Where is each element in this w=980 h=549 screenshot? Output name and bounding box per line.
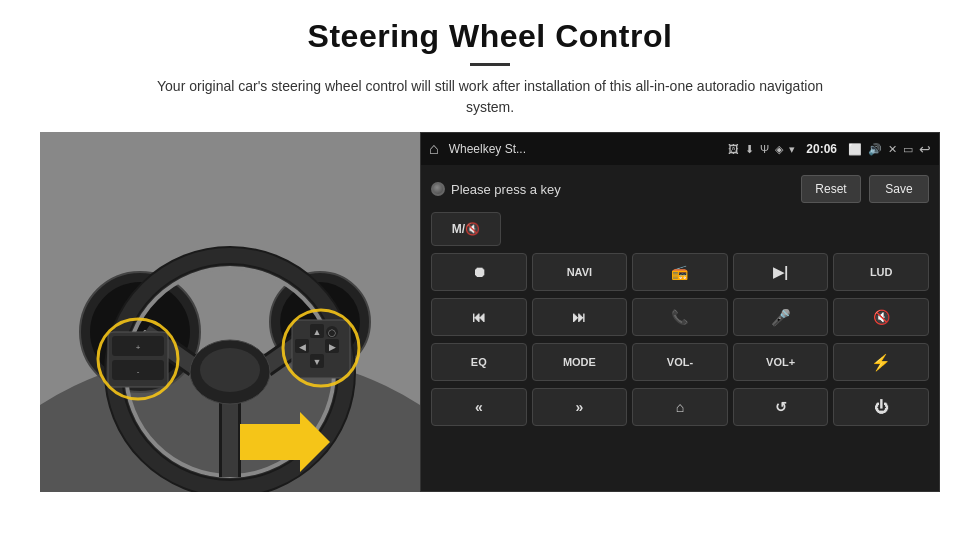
voice-icon: 🎤: [771, 308, 791, 327]
download-icon: ⬇: [745, 143, 754, 156]
mute-button[interactable]: M/🔇: [431, 212, 501, 246]
cd-button[interactable]: ⏺: [431, 253, 527, 291]
button-row-2: ⏮ ⏭ 📞 🎤 🔇: [431, 298, 929, 336]
mode-label: MODE: [563, 356, 596, 368]
wheelkey-app-content: Please press a key Reset Save M/🔇 ⏺: [421, 165, 939, 491]
lud-button[interactable]: LUD: [833, 253, 929, 291]
steering-wheel-image: km/h: [40, 132, 420, 492]
radio-button[interactable]: 📻: [632, 253, 728, 291]
next-track-icon: ⏭: [572, 309, 586, 325]
phone-button[interactable]: 📞: [632, 298, 728, 336]
power-button[interactable]: ⏻: [833, 388, 929, 426]
camera-icon: ⬜: [848, 143, 862, 156]
press-key-indicator: Please press a key: [431, 182, 793, 197]
bluetooth-icon: ⚡: [871, 353, 891, 372]
usb-icon: Ψ: [760, 143, 769, 155]
forward-button[interactable]: »: [532, 388, 628, 426]
power-icon: ⏻: [874, 399, 888, 415]
eq-button[interactable]: EQ: [431, 343, 527, 381]
play-pause-button[interactable]: ▶|: [733, 253, 829, 291]
home-nav-icon: ⌂: [676, 399, 684, 415]
radio-icon: 📻: [671, 264, 688, 280]
home-nav-button[interactable]: ⌂: [632, 388, 728, 426]
next-track-button[interactable]: ⏭: [532, 298, 628, 336]
navi-label: NAVI: [567, 266, 592, 278]
page-title: Steering Wheel Control: [308, 18, 673, 55]
cd-icon: ⏺: [472, 264, 486, 280]
save-button[interactable]: Save: [869, 175, 929, 203]
back-icon[interactable]: ↩: [919, 141, 931, 157]
page-wrapper: Steering Wheel Control Your original car…: [0, 0, 980, 549]
svg-point-18: [200, 348, 260, 392]
home-icon[interactable]: ⌂: [429, 140, 439, 158]
vol-minus-button[interactable]: VOL-: [632, 343, 728, 381]
phone-icon: 📞: [671, 309, 688, 325]
button-row-4: « » ⌂ ↺ ⏻: [431, 388, 929, 426]
mute-label: M/🔇: [452, 222, 480, 236]
volume-icon: 🔊: [868, 143, 882, 156]
mute2-button[interactable]: 🔇: [833, 298, 929, 336]
svg-text:◀: ◀: [299, 342, 306, 352]
vol-plus-button[interactable]: VOL+: [733, 343, 829, 381]
svg-text:◯: ◯: [328, 329, 336, 337]
mute-row: M/🔇: [431, 212, 929, 246]
button-row-3: EQ MODE VOL- VOL+ ⚡: [431, 343, 929, 381]
main-content: km/h: [40, 132, 940, 492]
steering-wheel-svg: km/h: [40, 132, 420, 492]
press-key-text: Please press a key: [451, 182, 561, 197]
svg-text:▲: ▲: [313, 327, 322, 337]
status-bar: ⌂ Wheelkey St... 🖼 ⬇ Ψ ◈ ▾ 20:06 ⬜ 🔊 ✕ ▭…: [421, 133, 939, 165]
title-divider: [470, 63, 510, 66]
voice-button[interactable]: 🎤: [733, 298, 829, 336]
indicator-dot: [431, 182, 445, 196]
image-icon: 🖼: [728, 143, 739, 155]
play-pause-icon: ▶|: [773, 264, 788, 280]
prev-track-button[interactable]: ⏮: [431, 298, 527, 336]
forward-icon: »: [575, 399, 583, 415]
top-control-row: Please press a key Reset Save: [431, 173, 929, 205]
eq-label: EQ: [471, 356, 487, 368]
rewind-icon: «: [475, 399, 483, 415]
wifi-icon: ▾: [789, 143, 795, 156]
close-icon[interactable]: ✕: [888, 143, 897, 156]
head-unit-screen: ⌂ Wheelkey St... 🖼 ⬇ Ψ ◈ ▾ 20:06 ⬜ 🔊 ✕ ▭…: [420, 132, 940, 492]
bluetooth-button[interactable]: ⚡: [833, 343, 929, 381]
svg-text:▼: ▼: [313, 357, 322, 367]
navi-button[interactable]: NAVI: [532, 253, 628, 291]
time-display: 20:06: [806, 142, 837, 156]
svg-text:-: -: [137, 367, 140, 376]
svg-text:+: +: [136, 343, 141, 352]
reset-button[interactable]: Reset: [801, 175, 861, 203]
vol-minus-label: VOL-: [667, 356, 693, 368]
button-row-1: ⏺ NAVI 📻 ▶| LUD: [431, 253, 929, 291]
app-name-label: Wheelkey St...: [449, 142, 722, 156]
location-icon: ◈: [775, 143, 783, 156]
mode-button[interactable]: MODE: [532, 343, 628, 381]
svg-text:▶: ▶: [329, 342, 336, 352]
vol-plus-label: VOL+: [766, 356, 795, 368]
refresh-button[interactable]: ↺: [733, 388, 829, 426]
screen-icon: ▭: [903, 143, 913, 156]
refresh-icon: ↺: [775, 399, 787, 415]
rewind-button[interactable]: «: [431, 388, 527, 426]
prev-track-icon: ⏮: [472, 309, 486, 325]
lud-label: LUD: [870, 266, 893, 278]
page-subtitle: Your original car's steering wheel contr…: [140, 76, 840, 118]
mute2-icon: 🔇: [873, 309, 890, 325]
